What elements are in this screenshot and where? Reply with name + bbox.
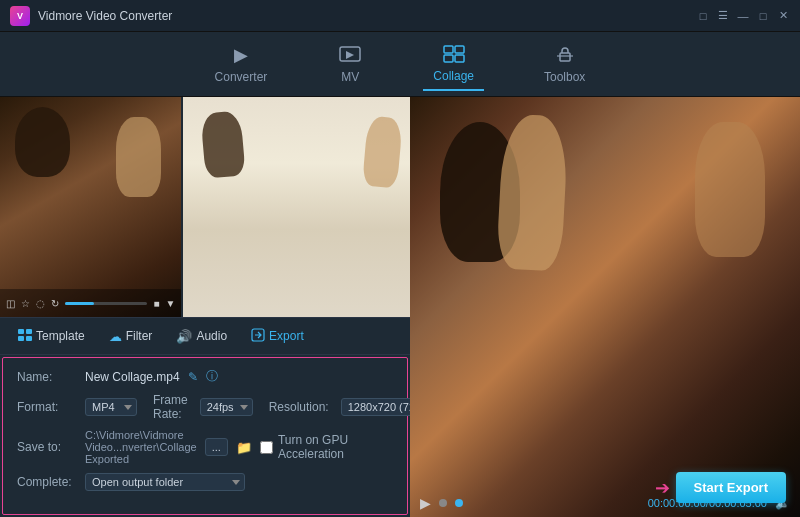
minimize-button[interactable]: — bbox=[736, 9, 750, 23]
tab-converter[interactable]: ▶ Converter bbox=[205, 38, 278, 90]
title-bar: V Vidmore Video Converter □ ☰ — □ ✕ bbox=[0, 0, 800, 32]
name-row: Name: New Collage.mp4 ✎ ⓘ bbox=[17, 368, 393, 385]
tab-mv-label: MV bbox=[341, 70, 359, 84]
export-button-tab[interactable]: Export bbox=[241, 323, 314, 350]
folder-icon[interactable]: 📁 bbox=[236, 440, 252, 455]
block-icon[interactable]: ■ bbox=[153, 298, 159, 309]
name-label: Name: bbox=[17, 370, 77, 384]
preview-area: ▶ 00:00:00.00/00:00:05.00 🔈 bbox=[410, 97, 800, 517]
export-panel: Name: New Collage.mp4 ✎ ⓘ Format: MP4MOV… bbox=[2, 357, 408, 515]
nav-tabs: ▶ Converter MV Collage Toolbox bbox=[0, 32, 800, 97]
format-select[interactable]: MP4MOVAVI bbox=[85, 398, 137, 416]
clock-icon[interactable]: ◌ bbox=[36, 298, 45, 309]
start-export-button[interactable]: Start Export bbox=[676, 472, 786, 503]
filter-button[interactable]: ☁ Filter bbox=[99, 324, 163, 349]
svg-rect-7 bbox=[18, 329, 24, 334]
app-logo: V bbox=[10, 6, 30, 26]
resolution-label: Resolution: bbox=[269, 400, 329, 414]
left-panel: ◫ ☆ ◌ ↻ ■ ▼ bbox=[0, 97, 410, 517]
gpu-label-text: Turn on GPU Acceleration bbox=[278, 433, 393, 461]
maximize-button[interactable]: □ bbox=[756, 9, 770, 23]
play-button[interactable]: ▶ bbox=[420, 495, 431, 511]
svg-rect-4 bbox=[455, 55, 464, 62]
gpu-acceleration-label[interactable]: Turn on GPU Acceleration bbox=[260, 433, 393, 461]
tab-toolbox[interactable]: Toolbox bbox=[534, 38, 595, 90]
svg-rect-3 bbox=[444, 55, 453, 62]
video-cell-2[interactable] bbox=[183, 97, 410, 317]
message-icon[interactable]: □ bbox=[696, 9, 710, 23]
tab-converter-label: Converter bbox=[215, 70, 268, 84]
svg-rect-9 bbox=[18, 336, 24, 341]
dot-2[interactable] bbox=[455, 499, 463, 507]
tab-mv[interactable]: MV bbox=[327, 38, 373, 90]
filter-icon: ☁ bbox=[109, 329, 122, 344]
svg-rect-8 bbox=[26, 329, 32, 334]
toolbox-icon bbox=[552, 44, 578, 66]
svg-rect-5 bbox=[560, 53, 570, 61]
export-label: Export bbox=[269, 329, 304, 343]
video-grid: ◫ ☆ ◌ ↻ ■ ▼ bbox=[0, 97, 410, 317]
audio-button[interactable]: 🔊 Audio bbox=[166, 324, 237, 349]
collage-icon bbox=[441, 43, 467, 65]
start-export-area: ➔ Start Export bbox=[655, 472, 786, 503]
down-icon[interactable]: ▼ bbox=[165, 298, 175, 309]
tab-collage[interactable]: Collage bbox=[423, 37, 484, 91]
tab-toolbox-label: Toolbox bbox=[544, 70, 585, 84]
menu-icon[interactable]: ☰ bbox=[716, 9, 730, 23]
format-label: Format: bbox=[17, 400, 77, 414]
sub-toolbar: Template ☁ Filter 🔊 Audio Export bbox=[0, 317, 410, 355]
info-icon[interactable]: ⓘ bbox=[206, 368, 218, 385]
browse-button[interactable]: ... bbox=[205, 438, 228, 456]
template-label: Template bbox=[36, 329, 85, 343]
saveto-label: Save to: bbox=[17, 440, 77, 454]
converter-icon: ▶ bbox=[228, 44, 254, 66]
export-icon bbox=[251, 328, 265, 345]
framerate-select[interactable]: 24fps30fps60fps bbox=[200, 398, 253, 416]
window-controls: □ ☰ — □ ✕ bbox=[696, 9, 790, 23]
complete-select[interactable]: Open output folder bbox=[85, 473, 245, 491]
cell-1-overlay: ◫ ☆ ◌ ↻ ■ ▼ bbox=[0, 289, 181, 317]
format-row: Format: MP4MOVAVI Frame Rate: 24fps30fps… bbox=[17, 393, 393, 421]
progress-bar bbox=[65, 302, 147, 305]
svg-rect-2 bbox=[455, 46, 464, 53]
star-icon[interactable]: ☆ bbox=[21, 298, 30, 309]
preview-video bbox=[410, 97, 800, 517]
audio-label: Audio bbox=[196, 329, 227, 343]
mv-icon bbox=[337, 44, 363, 66]
close-button[interactable]: ✕ bbox=[776, 9, 790, 23]
gpu-checkbox[interactable] bbox=[260, 441, 273, 454]
template-icon bbox=[18, 329, 32, 344]
grid-icon[interactable]: ◫ bbox=[6, 298, 15, 309]
filter-label: Filter bbox=[126, 329, 153, 343]
tab-collage-label: Collage bbox=[433, 69, 474, 83]
name-value: New Collage.mp4 bbox=[85, 370, 180, 384]
dot-1[interactable] bbox=[439, 499, 447, 507]
audio-icon: 🔊 bbox=[176, 329, 192, 344]
video-cell-1[interactable]: ◫ ☆ ◌ ↻ ■ ▼ bbox=[0, 97, 181, 317]
save-path: C:\Vidmore\Vidmore Video...nverter\Colla… bbox=[85, 429, 197, 465]
edit-icon[interactable]: ✎ bbox=[188, 370, 198, 384]
arrow-icon: ➔ bbox=[655, 477, 670, 499]
svg-rect-1 bbox=[444, 46, 453, 53]
rotate-icon[interactable]: ↻ bbox=[51, 298, 59, 309]
framerate-label: Frame Rate: bbox=[153, 393, 188, 421]
progress-fill bbox=[65, 302, 94, 305]
template-button[interactable]: Template bbox=[8, 324, 95, 349]
main-content: ◫ ☆ ◌ ↻ ■ ▼ bbox=[0, 97, 800, 517]
svg-rect-10 bbox=[26, 336, 32, 341]
right-panel: ▶ 00:00:00.00/00:00:05.00 🔈 ➔ Start Expo… bbox=[410, 97, 800, 517]
saveto-row: Save to: C:\Vidmore\Vidmore Video...nver… bbox=[17, 429, 393, 465]
app-title: Vidmore Video Converter bbox=[38, 9, 696, 23]
complete-label: Complete: bbox=[17, 475, 77, 489]
complete-row: Complete: Open output folder bbox=[17, 473, 393, 491]
